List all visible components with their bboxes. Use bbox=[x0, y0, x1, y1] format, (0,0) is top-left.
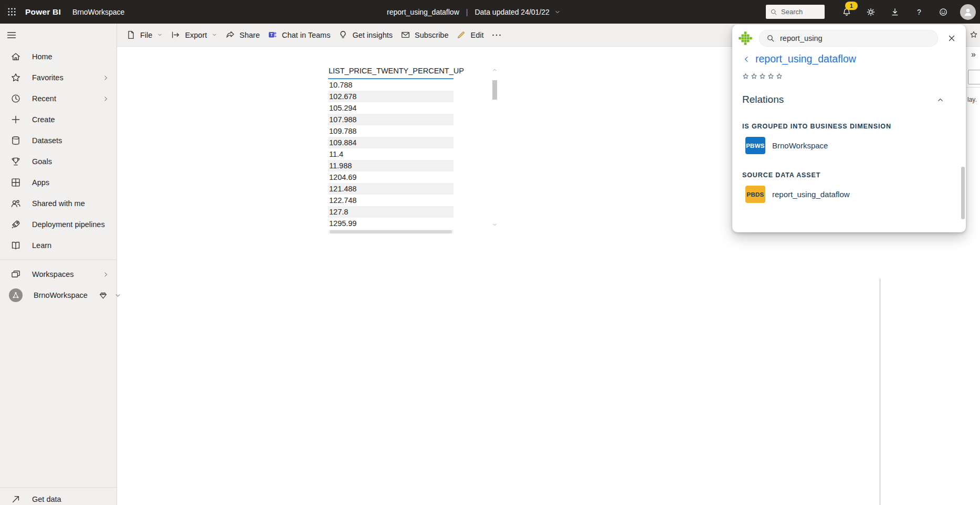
sidebar-item-label: BrnoWorkspace bbox=[34, 291, 88, 299]
rocket-icon bbox=[10, 219, 21, 230]
catalog-search-input[interactable]: report_using bbox=[759, 30, 938, 47]
table-row: 109.884 bbox=[328, 137, 454, 148]
report-title[interactable]: report_using_dataflow bbox=[387, 8, 459, 16]
rating-star-icon[interactable] bbox=[767, 73, 774, 80]
person-icon bbox=[963, 7, 973, 17]
sidebar-item-label: Recent bbox=[32, 94, 56, 103]
global-search-input[interactable]: Search bbox=[766, 5, 825, 19]
sidebar-item-create[interactable]: Create bbox=[0, 109, 117, 130]
sidebar-item-datasets[interactable]: Datasets bbox=[0, 130, 117, 151]
gear-icon bbox=[866, 7, 876, 17]
search-icon bbox=[770, 8, 777, 16]
topbar-workspace-name[interactable]: BrnoWorkspace bbox=[72, 8, 124, 16]
sidebar-item-goals[interactable]: Goals bbox=[0, 151, 117, 172]
chevron-down-icon[interactable] bbox=[554, 9, 561, 15]
chevron-up-icon bbox=[936, 96, 944, 104]
related-asset-brnoworkspace[interactable]: PBWSBrnoWorkspace bbox=[745, 137, 966, 154]
sidebar-item-home[interactable]: Home bbox=[0, 46, 117, 67]
horizontal-scrollbar-thumb[interactable] bbox=[330, 230, 452, 233]
rating-star-icon[interactable] bbox=[751, 73, 757, 80]
toolbar-item-export[interactable]: Export bbox=[171, 30, 217, 40]
sidebar-item-recent[interactable]: Recent bbox=[0, 88, 117, 109]
catalog-logo-icon[interactable] bbox=[739, 31, 752, 45]
chevron-right-icon bbox=[102, 74, 109, 81]
app-launcher-button[interactable] bbox=[0, 0, 23, 24]
rating-star-icon[interactable] bbox=[759, 73, 766, 80]
workspace-avatar-icon bbox=[9, 288, 23, 302]
sidebar-item-label: Create bbox=[32, 115, 55, 124]
people-icon bbox=[10, 198, 21, 209]
asset-title-row: report_using_dataflow bbox=[742, 53, 966, 65]
sidebar-item-shared-with-me[interactable]: Shared with me bbox=[0, 193, 117, 214]
feedback-button[interactable] bbox=[936, 5, 951, 19]
sidebar-item-workspaces[interactable]: Workspaces bbox=[0, 264, 117, 285]
help-button[interactable]: ? bbox=[912, 5, 926, 19]
scroll-down-icon[interactable] bbox=[492, 222, 498, 228]
related-asset-report-using-dataflow[interactable]: PBDSreport_using_dataflow bbox=[745, 186, 966, 203]
data-updated-label[interactable]: Data updated 24/01/22 bbox=[475, 8, 549, 16]
toolbar-items: FileExportShareTChat in TeamsGet insight… bbox=[126, 30, 510, 40]
sidebar-item-current-workspace[interactable]: BrnoWorkspace bbox=[0, 285, 117, 306]
relations-section-header[interactable]: Relations bbox=[742, 94, 944, 105]
favorite-star-icon[interactable] bbox=[970, 30, 978, 39]
sidebar-item-label: Learn bbox=[32, 241, 51, 250]
scroll-up-icon[interactable] bbox=[492, 67, 498, 73]
sidebar-footer: Get data bbox=[0, 487, 117, 505]
panel-scrollbar-thumb[interactable] bbox=[961, 167, 965, 219]
clock-icon bbox=[10, 93, 21, 104]
chevron-down-icon[interactable] bbox=[114, 292, 121, 299]
toolbar-item-file[interactable]: File bbox=[126, 30, 163, 40]
envelope-icon bbox=[401, 30, 410, 40]
rating-star-icon[interactable] bbox=[776, 73, 783, 80]
horizontal-scrollbar[interactable] bbox=[328, 230, 454, 234]
expand-pane-chevrons[interactable]: » bbox=[971, 50, 976, 59]
sidebar-item-label: Home bbox=[32, 52, 52, 61]
toolbar-item-more-options[interactable] bbox=[491, 30, 502, 40]
asset-rating bbox=[742, 73, 966, 80]
asset-type-badge: PBDS bbox=[745, 186, 765, 203]
toolbar-item-label: Get insights bbox=[352, 31, 393, 39]
download-button[interactable] bbox=[888, 5, 902, 19]
workspaces-icon bbox=[10, 269, 21, 280]
app-name: Power BI bbox=[25, 7, 61, 17]
close-icon[interactable] bbox=[947, 34, 956, 43]
notifications-button[interactable]: 1 bbox=[839, 5, 854, 19]
toolbar-item-share[interactable]: Share bbox=[225, 30, 260, 40]
panel-sections: IS GROUPED INTO BUSINESS DIMENSIONPBWSBr… bbox=[732, 123, 966, 203]
toolbar-item-edit[interactable]: Edit bbox=[456, 30, 483, 40]
table-row: 121.488 bbox=[328, 183, 454, 195]
chevron-down-icon bbox=[212, 32, 217, 38]
settings-button[interactable] bbox=[863, 5, 878, 19]
sidebar-item-label: Shared with me bbox=[32, 199, 85, 208]
table-row: 127.8 bbox=[328, 206, 454, 218]
asset-title[interactable]: report_using_dataflow bbox=[755, 53, 856, 65]
smiley-icon bbox=[939, 7, 948, 17]
rating-star-icon[interactable] bbox=[742, 73, 749, 80]
svg-text:T: T bbox=[270, 32, 273, 37]
table-row: 102.678 bbox=[328, 91, 454, 102]
back-chevron-icon[interactable] bbox=[742, 55, 751, 63]
vertical-scrollbar[interactable] bbox=[491, 67, 498, 228]
table-column-header[interactable]: LIST_PRICE_TWENTY_PERCENT_UP bbox=[328, 67, 454, 79]
sidebar-item-apps[interactable]: Apps bbox=[0, 172, 117, 193]
toolbar-item-label: File bbox=[140, 31, 152, 39]
table-row: 1204.69 bbox=[328, 171, 454, 183]
relation-section-heading: IS GROUPED INTO BUSINESS DIMENSION bbox=[742, 123, 966, 130]
table-rows: 10.788102.678105.294107.988109.788109.88… bbox=[328, 79, 454, 229]
sidebar-item-deployment-pipelines[interactable]: Deployment pipelines bbox=[0, 214, 117, 235]
sidebar-item-learn[interactable]: Learn bbox=[0, 235, 117, 256]
toolbar-item-chat-in-teams[interactable]: TChat in Teams bbox=[268, 30, 330, 40]
vertical-scrollbar-thumb[interactable] bbox=[492, 80, 497, 100]
teams-icon: T bbox=[268, 30, 278, 40]
toolbar-item-get-insights[interactable]: Get insights bbox=[338, 30, 393, 40]
filter-search-fragment[interactable] bbox=[968, 70, 980, 84]
toolbar-item-subscribe[interactable]: Subscribe bbox=[401, 30, 448, 40]
sidebar-item-favorites[interactable]: Favorites bbox=[0, 67, 117, 88]
get-data-button[interactable]: Get data bbox=[0, 489, 117, 505]
sidebar-item-label: Favorites bbox=[32, 73, 64, 82]
hamburger-menu-button[interactable] bbox=[6, 30, 17, 40]
catalog-search-value: report_using bbox=[780, 34, 823, 42]
table-row: 109.788 bbox=[328, 125, 454, 137]
account-avatar[interactable] bbox=[960, 4, 976, 20]
toolbar-item-label: Chat in Teams bbox=[282, 31, 330, 39]
